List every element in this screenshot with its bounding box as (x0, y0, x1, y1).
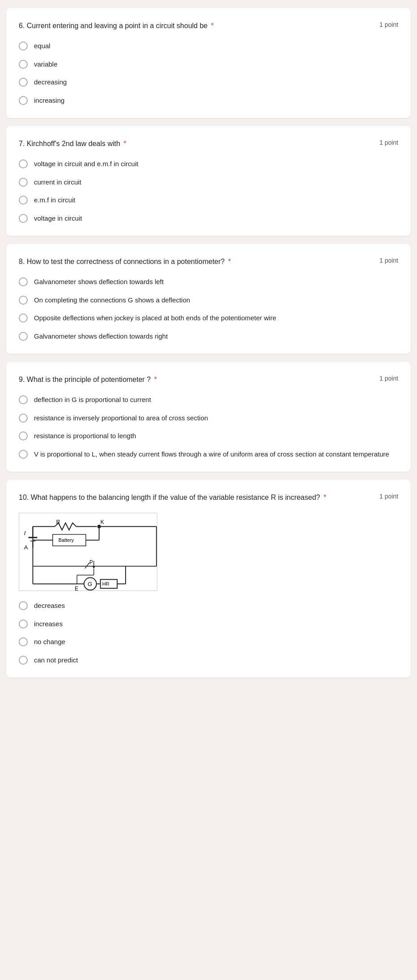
options-list-q6: equalvariabledecreasingincreasing (19, 41, 398, 105)
question-header-q10: 10. What happens to the balancing length… (19, 492, 398, 503)
svg-text:P: P (89, 559, 93, 565)
radio-circle-q6a[interactable] (19, 42, 28, 50)
option-label-q10b: increases (34, 619, 63, 629)
points-label-q8: 1 point (379, 257, 398, 264)
option-item-q10b[interactable]: increases (19, 619, 398, 629)
radio-circle-q6b[interactable] (19, 60, 28, 69)
option-item-q10d[interactable]: can not predict (19, 655, 398, 666)
radio-circle-q10b[interactable] (19, 620, 28, 628)
radio-circle-q7d[interactable] (19, 214, 28, 223)
svg-text:G: G (88, 581, 92, 587)
option-label-q6d: increasing (34, 96, 64, 106)
options-list-q8: Galvanometer shows deflection towards le… (19, 277, 398, 341)
points-label-q10: 1 point (379, 493, 398, 500)
option-item-q8c[interactable]: Opposite deflections when jockey is plac… (19, 313, 398, 323)
option-label-q8c: Opposite deflections when jockey is plac… (34, 313, 276, 323)
svg-text:I: I (24, 530, 26, 536)
points-label-q9: 1 point (379, 375, 398, 382)
question-text-q7: 7. Kirchhoff's 2nd law deals with * (19, 138, 371, 149)
question-header-q7: 7. Kirchhoff's 2nd law deals with *1 poi… (19, 138, 398, 149)
options-list-q7: voltage in circuit and e.m.f in circuitc… (19, 159, 398, 223)
radio-circle-q8c[interactable] (19, 314, 28, 322)
required-star-q10: * (324, 494, 326, 501)
option-item-q7c[interactable]: e.m.f in circuit (19, 195, 398, 205)
radio-circle-q7c[interactable] (19, 196, 28, 205)
question-card-q9: 9. What is the principle of potentiomete… (6, 362, 411, 472)
radio-circle-q8a[interactable] (19, 277, 28, 286)
option-label-q8a: Galvanometer shows deflection towards le… (34, 277, 164, 287)
options-list-q9: deflection in G is proportional to curre… (19, 395, 398, 459)
option-label-q7c: e.m.f in circuit (34, 195, 76, 205)
option-label-q6c: decreasing (34, 77, 67, 88)
option-item-q6d[interactable]: increasing (19, 96, 398, 106)
option-item-q6c[interactable]: decreasing (19, 77, 398, 88)
radio-circle-q9b[interactable] (19, 414, 28, 423)
svg-text:K: K (101, 519, 104, 525)
option-item-q8a[interactable]: Galvanometer shows deflection towards le… (19, 277, 398, 287)
svg-text:Battery: Battery (59, 537, 74, 543)
required-star-q6: * (211, 22, 214, 29)
option-label-q10a: decreases (34, 601, 65, 611)
option-item-q6a[interactable]: equal (19, 41, 398, 51)
option-label-q7b: current in circuit (34, 177, 81, 188)
question-card-q7: 7. Kirchhoff's 2nd law deals with *1 poi… (6, 126, 411, 236)
option-item-q8b[interactable]: On completing the connections G shows a … (19, 295, 398, 306)
option-item-q10c[interactable]: no change (19, 637, 398, 647)
radio-circle-q10d[interactable] (19, 656, 28, 665)
option-label-q10c: no change (34, 637, 65, 647)
radio-circle-q8b[interactable] (19, 296, 28, 305)
svg-text:A: A (24, 544, 28, 551)
circuit-diagram: R K B A I Battery P (19, 513, 398, 591)
option-label-q8d: Galvanometer shows deflection towards ri… (34, 331, 168, 342)
svg-marker-23 (93, 566, 95, 569)
question-text-q10: 10. What happens to the balancing length… (19, 492, 371, 503)
question-text-q9: 9. What is the principle of potentiomete… (19, 374, 371, 385)
option-label-q7a: voltage in circuit and e.m.f in circuit (34, 159, 138, 169)
question-header-q9: 9. What is the principle of potentiomete… (19, 374, 398, 385)
option-label-q10d: can not predict (34, 655, 78, 666)
radio-circle-q10a[interactable] (19, 601, 28, 610)
radio-circle-q6d[interactable] (19, 96, 28, 105)
option-item-q7a[interactable]: voltage in circuit and e.m.f in circuit (19, 159, 398, 169)
option-label-q9c: resistance is proportional to length (34, 431, 136, 441)
question-text-q6: 6. Current entering and leaving a point … (19, 21, 371, 31)
question-card-q6: 6. Current entering and leaving a point … (6, 8, 411, 118)
question-text-q8: 8. How to test the correctness of connec… (19, 256, 371, 267)
option-label-q9d: V is proportional to L, when steady curr… (34, 449, 389, 460)
option-label-q6a: equal (34, 41, 51, 51)
option-label-q6b: variable (34, 59, 58, 70)
option-item-q9b[interactable]: resistance is inversely proportional to … (19, 413, 398, 423)
question-card-q10: 10. What happens to the balancing length… (6, 480, 411, 678)
radio-circle-q7b[interactable] (19, 178, 28, 187)
radio-circle-q9d[interactable] (19, 450, 28, 459)
radio-circle-q9c[interactable] (19, 431, 28, 440)
question-header-q8: 8. How to test the correctness of connec… (19, 256, 398, 267)
option-label-q8b: On completing the connections G shows a … (34, 295, 190, 306)
radio-circle-q7a[interactable] (19, 159, 28, 168)
option-item-q6b[interactable]: variable (19, 59, 398, 70)
required-star-q9: * (154, 376, 157, 383)
option-label-q9a: deflection in G is proportional to curre… (34, 395, 151, 405)
options-list-q10: decreasesincreasesno changecan not predi… (19, 601, 398, 665)
option-item-q7d[interactable]: voltage in circuit (19, 214, 398, 224)
required-star-q7: * (123, 140, 126, 147)
radio-circle-q9a[interactable] (19, 395, 28, 404)
option-label-q9b: resistance is inversely proportional to … (34, 413, 208, 423)
question-header-q6: 6. Current entering and leaving a point … (19, 21, 398, 31)
option-item-q9c[interactable]: resistance is proportional to length (19, 431, 398, 441)
svg-text:E: E (75, 586, 78, 591)
radio-circle-q8d[interactable] (19, 332, 28, 341)
option-item-q10a[interactable]: decreases (19, 601, 398, 611)
radio-circle-q10c[interactable] (19, 637, 28, 646)
option-item-q8d[interactable]: Galvanometer shows deflection towards ri… (19, 331, 398, 342)
option-item-q9a[interactable]: deflection in G is proportional to curre… (19, 395, 398, 405)
question-card-q8: 8. How to test the correctness of connec… (6, 244, 411, 354)
radio-circle-q6c[interactable] (19, 78, 28, 87)
svg-line-24 (85, 563, 89, 569)
option-item-q9d[interactable]: V is proportional to L, when steady curr… (19, 449, 398, 460)
option-item-q7b[interactable]: current in circuit (19, 177, 398, 188)
option-label-q7d: voltage in circuit (34, 214, 82, 224)
svg-text:HR: HR (102, 581, 110, 586)
points-label-q7: 1 point (379, 139, 398, 146)
required-star-q8: * (228, 258, 231, 265)
